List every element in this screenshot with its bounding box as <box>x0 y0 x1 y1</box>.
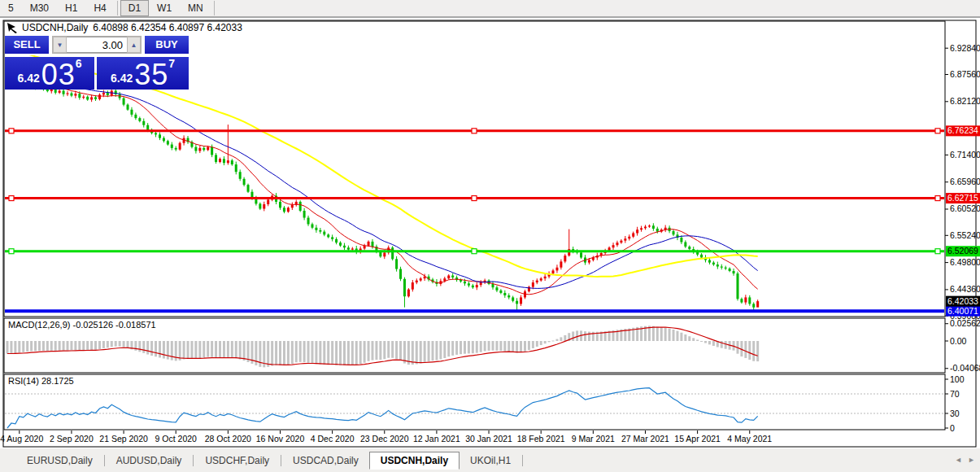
line-handle[interactable] <box>472 249 477 254</box>
volume-stepper: ▼ ▲ <box>52 36 142 54</box>
tab-usdcad[interactable]: USDCAD,Daily <box>282 452 369 469</box>
tab-eurusd[interactable]: EURUSD,Daily <box>16 452 103 469</box>
timeframe-w1-button[interactable]: W1 <box>149 0 180 16</box>
axis-date-tick: 2 Sep 2020 <box>50 434 94 444</box>
trading-terminal: 5 M30 H1 H4 D1 W1 MN MACD(12,26,9) -0.02… <box>0 0 980 472</box>
macd-axis-tick: 0.00 <box>950 336 967 346</box>
macd-label: MACD(12,26,9) -0.025126 -0.018571 <box>8 320 156 330</box>
sell-price-prefix: 6.42 <box>17 69 39 87</box>
tab-separator <box>193 455 194 466</box>
tab-separator <box>522 455 523 466</box>
axis-price-tick: 6.92840 <box>950 43 980 53</box>
chart-title: USDCNH,Daily 6.40898 6.42354 6.40897 6.4… <box>7 22 242 33</box>
tab-scroll-left-icon[interactable]: ◄ <box>955 456 962 464</box>
chart-ohlc-values: 6.40898 6.42354 6.40897 6.42033 <box>93 22 242 33</box>
axis-date-tick: 30 Jan 2021 <box>465 434 512 444</box>
chart-tab-bar: EURUSD,Daily AUDUSD,Daily USDCHF,Daily U… <box>0 448 980 472</box>
line-handle[interactable] <box>472 196 477 201</box>
rsi-axis-tick: 70 <box>950 389 960 399</box>
timeframe-mn-button[interactable]: MN <box>180 0 211 16</box>
tab-audusd[interactable]: AUDUSD,Daily <box>106 452 193 469</box>
timeframe-h1-button[interactable]: H1 <box>57 0 85 16</box>
axis-price-tick: 6.49800 <box>950 257 980 267</box>
svg-text:6.76234: 6.76234 <box>947 125 978 135</box>
axis-date-tick: 16 Nov 2020 <box>256 434 305 444</box>
buy-price-pip: 7 <box>168 59 175 68</box>
tab-usdcnh-active[interactable]: USDCNH,Daily <box>369 452 460 470</box>
rsi-axis-tick: 30 <box>950 409 960 418</box>
axis-date-tick: 14 Aug 2020 <box>0 434 43 444</box>
axis-price-tick: 6.60520 <box>950 203 980 213</box>
axis-date-tick: 4 Dec 2020 <box>311 434 355 444</box>
buy-price-display[interactable]: 6.42 35 7 <box>97 57 189 90</box>
line-handle[interactable] <box>9 249 14 254</box>
axis-date-tick: 9 Oct 2020 <box>155 434 198 444</box>
buy-price-main: 35 <box>134 63 168 87</box>
macd-axis-tick: -0.04068 <box>950 363 980 373</box>
rsi-axis-tick: 0 <box>950 423 955 433</box>
axis-price-tick: 6.87560 <box>950 69 980 79</box>
line-handle[interactable] <box>935 249 940 254</box>
line-price-label: 6.62715 <box>946 193 980 203</box>
axis-date-tick: 12 Jan 2021 <box>413 434 460 444</box>
macd-axis-tick: 0.025623 <box>950 318 980 328</box>
svg-text:6.62715: 6.62715 <box>947 193 978 203</box>
line-handle[interactable] <box>472 129 477 133</box>
timeframe-m30-button[interactable]: M30 <box>22 0 57 16</box>
sell-price-main: 03 <box>41 63 76 87</box>
toolbar-separator <box>214 1 215 15</box>
axis-price-tick: 6.44360 <box>950 284 980 294</box>
toolbar-separator <box>117 1 118 15</box>
axis-date-tick: 4 May 2021 <box>727 434 772 444</box>
axis-date-tick: 18 Feb 2021 <box>517 434 565 444</box>
line-handle[interactable] <box>9 196 14 201</box>
buy-price-prefix: 6.42 <box>111 69 133 87</box>
line-handle[interactable] <box>935 196 940 201</box>
line-handle[interactable] <box>9 129 14 133</box>
chart-symbol-period: USDCNH,Daily <box>22 22 88 33</box>
sell-button[interactable]: SELL <box>5 36 49 55</box>
axis-date-tick: 27 Mar 2021 <box>621 434 669 444</box>
line-handle[interactable] <box>935 129 940 133</box>
timeframe-m5-button[interactable]: 5 <box>0 0 22 16</box>
axis-date-tick: 9 Mar 2021 <box>572 434 615 444</box>
tab-scroll-right-icon[interactable]: ► <box>968 456 975 464</box>
tab-separator <box>104 455 105 466</box>
one-click-trading-panel: SELL ▼ ▲ BUY 6.42 03 6 6.42 35 7 <box>5 36 189 90</box>
volume-increase-button[interactable]: ▲ <box>127 37 141 53</box>
tab-usdchf[interactable]: USDCHF,Daily <box>194 452 280 469</box>
rsi-label: RSI(14) 28.1725 <box>8 376 74 386</box>
timeframe-d1-button[interactable]: D1 <box>120 0 149 16</box>
tab-separator <box>281 455 281 466</box>
line-price-label: 6.40071 <box>946 306 980 317</box>
axis-date-tick: 21 Sep 2020 <box>99 434 148 444</box>
svg-text:6.42033: 6.42033 <box>947 296 978 306</box>
sell-price-display[interactable]: 6.42 03 6 <box>5 57 94 90</box>
tab-ukoil[interactable]: UKOil,H1 <box>460 452 521 469</box>
svg-text:6.40071: 6.40071 <box>947 306 978 316</box>
axis-price-tick: 6.65960 <box>950 177 980 186</box>
axis-date-tick: 15 Apr 2021 <box>674 434 721 444</box>
axis-price-tick: 6.71400 <box>950 150 980 160</box>
current-price-label: 6.42033 <box>946 296 980 307</box>
line-price-label: 6.76234 <box>946 125 980 136</box>
axis-price-tick: 6.55240 <box>950 230 980 240</box>
axis-date-tick: 23 Dec 2020 <box>360 434 409 444</box>
line-price-label: 6.52069 <box>946 246 980 256</box>
axis-price-tick: 6.82120 <box>950 96 980 106</box>
timeframe-toolbar: 5 M30 H1 H4 D1 W1 MN <box>0 0 980 18</box>
axis-date-tick: 28 Oct 2020 <box>205 434 251 444</box>
volume-input[interactable] <box>67 37 127 53</box>
svg-text:6.52069: 6.52069 <box>947 246 978 256</box>
one-click-top-row: SELL ▼ ▲ BUY <box>5 36 189 55</box>
buy-button[interactable]: BUY <box>145 36 189 55</box>
sell-price-pip: 6 <box>76 59 82 68</box>
rsi-axis-tick: 100 <box>950 374 965 384</box>
volume-decrease-button[interactable]: ▼ <box>53 37 67 53</box>
timeframe-h4-button[interactable]: H4 <box>85 0 114 16</box>
cursor-arrow-icon <box>7 22 19 33</box>
